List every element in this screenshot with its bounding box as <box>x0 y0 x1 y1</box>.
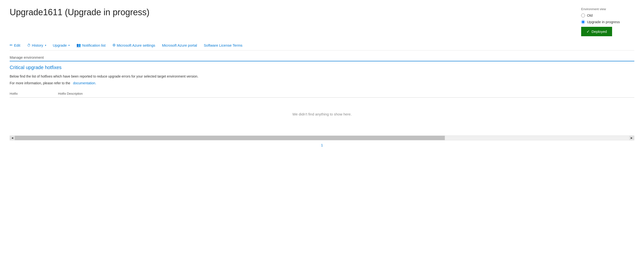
scrollbar-area[interactable]: ◄ ► <box>10 136 634 140</box>
radio-upgrade[interactable] <box>581 20 585 24</box>
hotfix-table: Hotfix Hotfix Description We didn't find… <box>10 92 634 131</box>
radio-option-upgrade[interactable]: Upgrade in progress <box>581 20 634 24</box>
scroll-track[interactable] <box>15 136 629 140</box>
section-divider <box>10 61 634 61</box>
toolbar-azure-portal[interactable]: Microsoft Azure portal <box>158 42 200 48</box>
toolbar-upgrade[interactable]: Upgrade ▾ <box>50 42 73 48</box>
toolbar-history-label: History <box>32 43 43 47</box>
empty-state-message: We didn't find anything to show here. <box>10 98 634 131</box>
manage-environment-header: Manage environment <box>10 55 634 61</box>
header-row: Upgrade1611 (Upgrade in progress) Enviro… <box>10 7 634 36</box>
edit-icon: ✏ <box>10 43 13 47</box>
col-header-hotfix-desc: Hotfix Description <box>58 92 83 95</box>
radio-old[interactable] <box>581 13 585 17</box>
toolbar-software-license[interactable]: Software License Terms <box>200 42 246 48</box>
toolbar: ✏ Edit ⏱ History ▾ Upgrade ▾ 👥 Notificat… <box>10 42 634 50</box>
toolbar-software-license-label: Software License Terms <box>204 43 242 47</box>
scroll-left-arrow[interactable]: ◄ <box>10 136 15 140</box>
env-view-panel: Environment view Old Upgrade in progress… <box>581 7 634 36</box>
page-title: Upgrade1611 (Upgrade in progress) <box>10 7 150 17</box>
toolbar-azure-settings[interactable]: ⚙ Microsoft Azure settings <box>109 42 158 48</box>
history-chevron-icon: ▾ <box>45 44 46 47</box>
page-wrapper: Upgrade1611 (Upgrade in progress) Enviro… <box>0 0 644 272</box>
toolbar-history[interactable]: ⏱ History ▾ <box>24 42 50 48</box>
description-line2-text: For more information, please refer to th… <box>10 81 70 85</box>
radio-upgrade-label: Upgrade in progress <box>587 20 620 24</box>
toolbar-notification-list[interactable]: 👥 Notification list <box>73 42 109 48</box>
description-line1: Below find the list of hotfixes which ha… <box>10 74 634 79</box>
env-view-label: Environment view <box>581 7 634 11</box>
documentation-link-text: documentation. <box>73 81 96 85</box>
radio-option-old[interactable]: Old <box>581 13 634 17</box>
table-header-row: Hotfix Hotfix Description <box>10 92 634 98</box>
notification-list-icon: 👥 <box>76 43 81 47</box>
radio-old-label: Old <box>587 13 592 17</box>
check-icon: ✓ <box>586 29 590 34</box>
pagination: 1 <box>10 140 634 150</box>
toolbar-notification-list-label: Notification list <box>82 43 106 47</box>
scroll-thumb[interactable] <box>15 136 445 140</box>
toolbar-azure-portal-label: Microsoft Azure portal <box>162 43 197 47</box>
toolbar-azure-settings-label: Microsoft Azure settings <box>117 43 155 47</box>
documentation-link[interactable]: documentation. <box>72 81 96 85</box>
upgrade-chevron-icon: ▾ <box>68 44 70 47</box>
scroll-right-arrow[interactable]: ► <box>629 136 634 140</box>
pagination-page: 1 <box>321 143 323 147</box>
deployed-button-label: Deployed <box>592 29 607 33</box>
toolbar-upgrade-label: Upgrade <box>53 43 67 47</box>
toolbar-edit-label: Edit <box>14 43 20 47</box>
history-icon: ⏱ <box>27 43 31 47</box>
deployed-button[interactable]: ✓ Deployed <box>581 27 612 36</box>
azure-settings-icon: ⚙ <box>112 43 116 47</box>
section-title: Critical upgrade hotfixes <box>10 65 634 70</box>
toolbar-edit[interactable]: ✏ Edit <box>10 42 24 48</box>
description-line2: For more information, please refer to th… <box>10 80 634 86</box>
col-header-hotfix: Hotfix <box>10 92 58 95</box>
